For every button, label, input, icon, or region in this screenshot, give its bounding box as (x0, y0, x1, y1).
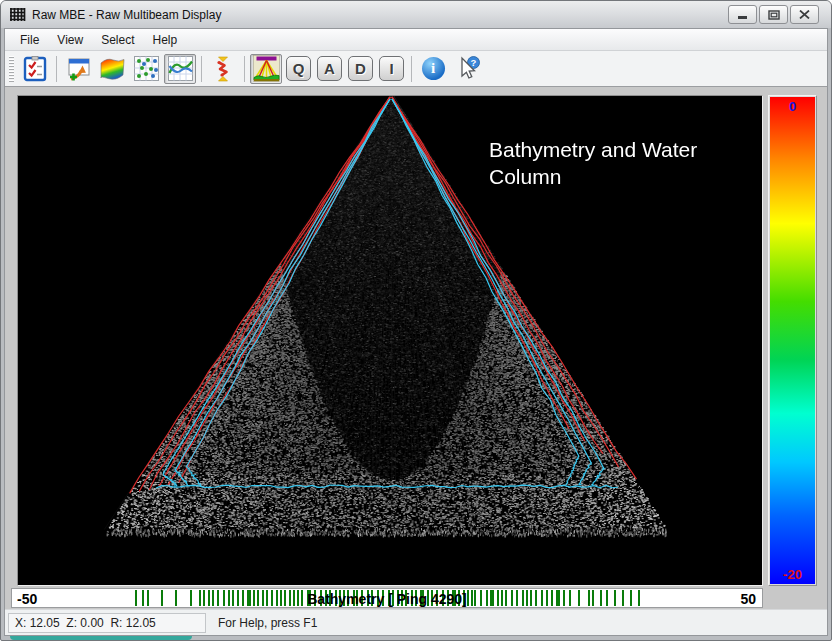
minimize-button[interactable] (728, 5, 757, 24)
depth-colorbar: 0 -20 (770, 97, 815, 584)
status-help-text: For Help, press F1 (212, 613, 323, 633)
checklist-icon (22, 55, 48, 82)
window-body: File View Select Help (4, 28, 828, 636)
app-grid-icon (9, 6, 26, 23)
toolbar-separator (201, 56, 202, 82)
add-window-icon (65, 56, 92, 82)
toolbar-separator (411, 56, 412, 82)
desktop-peek (10, 636, 192, 640)
about-button[interactable]: i (417, 54, 449, 84)
line-graph-button[interactable] (164, 54, 196, 84)
menu-select[interactable]: Select (92, 30, 143, 50)
add-window-button[interactable] (62, 54, 94, 84)
toolbar-separator (244, 56, 245, 82)
tool-bar: Q A D I i ? (5, 51, 827, 87)
title-bar[interactable]: Raw MBE - Raw Multibeam Display (1, 1, 831, 28)
line-graph-icon (167, 55, 194, 82)
menu-view[interactable]: View (48, 30, 92, 50)
color-map-button[interactable] (96, 54, 128, 84)
water-column-icon (253, 55, 280, 82)
beam-pattern-icon (210, 55, 236, 83)
colorbar-min-label: -20 (770, 567, 815, 582)
toolbar-gripper[interactable] (9, 56, 14, 82)
i-button[interactable]: I (379, 56, 404, 81)
checklist-button[interactable] (19, 54, 51, 84)
colorbar-frame: 0 -20 (768, 95, 817, 586)
d-button[interactable]: D (348, 56, 373, 81)
scalebar-center-label: Bathymetry [ Ping 4290] (12, 591, 762, 607)
beam-pattern-button[interactable] (207, 54, 239, 84)
context-help-button[interactable]: ? (451, 54, 483, 84)
color-map-icon (98, 56, 126, 82)
q-button[interactable]: Q (286, 56, 311, 81)
app-window: Raw MBE - Raw Multibeam Display File Vie (0, 0, 832, 641)
sonar-display: Bathymetry and Water Column (17, 95, 763, 586)
menu-bar: File View Select Help (5, 29, 827, 51)
svg-text:?: ? (470, 57, 476, 68)
close-button[interactable] (790, 5, 819, 24)
menu-help[interactable]: Help (144, 30, 187, 50)
info-icon: i (422, 57, 445, 80)
scatter-plot-icon (133, 55, 160, 82)
cursor-coordinates: X: 12.05 Z: 0.00 R: 12.05 (8, 613, 206, 633)
display-overlay-title: Bathymetry and Water Column (489, 136, 749, 190)
across-track-scalebar: Bathymetry [ Ping 4290] -50 50 (11, 588, 763, 608)
context-help-icon: ? (454, 55, 481, 82)
a-button[interactable]: A (317, 56, 342, 81)
workspace: Bathymetry and Water Column 0 -20 Bathym… (5, 87, 827, 609)
scatter-plot-button[interactable] (130, 54, 162, 84)
menu-file[interactable]: File (11, 30, 48, 50)
window-title: Raw MBE - Raw Multibeam Display (32, 8, 728, 22)
water-column-button[interactable] (250, 54, 282, 84)
toolbar-separator (56, 56, 57, 82)
status-bar: X: 12.05 Z: 0.00 R: 12.05 For Help, pres… (5, 609, 827, 635)
restore-button[interactable] (759, 5, 788, 24)
colorbar-max-label: 0 (770, 99, 815, 114)
